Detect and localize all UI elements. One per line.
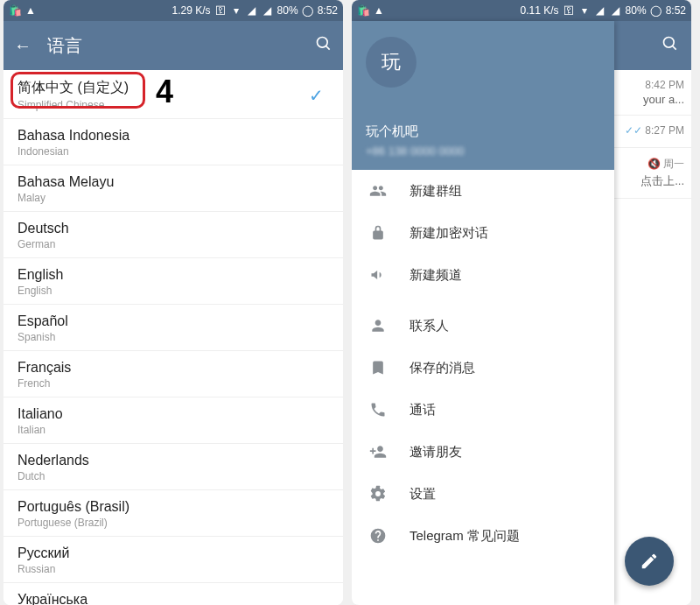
language-name: Українська xyxy=(18,592,329,605)
net-speed: 1.29 K/s xyxy=(172,4,211,17)
drawer-item-label: 新建群组 xyxy=(410,183,462,200)
page-title: 语言 xyxy=(47,34,82,58)
chat-time: ✓✓ 8:27 PM xyxy=(625,124,684,137)
nav-drawer: 玩 玩个机吧 +86 138 0000 0000 新建群组新建加密对话新建频道联… xyxy=(352,21,614,605)
drawer-item-label: 保存的消息 xyxy=(410,360,475,376)
clock: 8:52 xyxy=(318,4,338,17)
drawer-item-label: 新建频道 xyxy=(410,267,462,284)
language-name: Bahasa Melayu xyxy=(18,174,329,190)
gear-icon xyxy=(369,485,387,503)
app-bar xyxy=(614,21,691,70)
drawer-item-group[interactable]: 新建群组 xyxy=(352,170,614,212)
key-icon: ⚿ xyxy=(214,4,227,17)
read-checks-icon: ✓✓ xyxy=(625,124,642,137)
pencil-icon xyxy=(640,552,659,571)
phone-drawer: 🛍️ ▲ 0.11 K/s ⚿ ▾ ◢ ◢ 80% ◯ 8:52 8:42 PM… xyxy=(352,0,691,605)
chat-preview: your a... xyxy=(643,93,684,106)
svg-line-1 xyxy=(326,46,330,50)
language-name: Français xyxy=(18,360,329,376)
language-item[interactable]: DeutschGerman xyxy=(4,212,343,258)
signal-icon: ◢ xyxy=(594,4,606,17)
drawer-item-label: 通话 xyxy=(410,402,436,419)
language-item[interactable]: EnglishEnglish xyxy=(4,258,343,305)
warning-icon: ▲ xyxy=(373,4,385,17)
bag-icon: 🛍️ xyxy=(357,4,369,17)
drawer-item-megaphone[interactable]: 新建频道 xyxy=(352,254,614,296)
language-name: Nederlands xyxy=(18,453,329,468)
language-item[interactable]: NederlandsDutch xyxy=(4,444,343,490)
language-sub: Dutch xyxy=(18,470,329,482)
check-icon: ✓ xyxy=(309,85,324,106)
language-item[interactable]: Bahasa MelayuMalay xyxy=(4,165,343,212)
language-sub: French xyxy=(18,377,329,390)
language-item[interactable]: Português (Brasil)Portuguese (Brazil) xyxy=(4,490,343,537)
language-sub: Italian xyxy=(18,424,329,436)
language-item[interactable]: EspañolSpanish xyxy=(4,305,343,351)
drawer-item-lock[interactable]: 新建加密对话 xyxy=(352,212,614,254)
lock-icon xyxy=(369,224,387,242)
language-item[interactable]: РусскийRussian xyxy=(4,537,343,583)
battery-pct: 80% xyxy=(277,4,298,17)
language-sub: German xyxy=(18,238,329,250)
language-sub: Malay xyxy=(18,192,329,204)
person-icon xyxy=(369,317,387,334)
language-name: Deutsch xyxy=(18,221,329,236)
svg-line-3 xyxy=(673,46,676,50)
language-name: Bahasa Indonesia xyxy=(18,128,329,144)
language-item[interactable]: FrançaisFrench xyxy=(4,351,343,397)
back-button[interactable]: ← xyxy=(14,36,32,56)
help-icon xyxy=(369,527,387,545)
drawer-item-bookmark[interactable]: 保存的消息 xyxy=(352,347,614,389)
drawer-item-help[interactable]: Telegram 常见问题 xyxy=(352,515,614,557)
search-button[interactable] xyxy=(315,35,332,56)
compose-fab[interactable] xyxy=(625,537,674,586)
chat-time: 🔇 周一 xyxy=(648,157,684,172)
drawer-item-label: 设置 xyxy=(410,486,436,503)
chat-row[interactable]: ✓✓ 8:27 PM xyxy=(614,116,691,148)
phone-language-settings: 🛍️ ▲ 1.29 K/s ⚿ ▾ ◢ ◢ 80% ◯ 8:52 ← 语言 简体… xyxy=(4,0,343,605)
language-item[interactable]: ItalianoItalian xyxy=(4,397,343,444)
group-icon xyxy=(369,182,387,200)
signal-icon: ◢ xyxy=(610,4,622,17)
language-item[interactable]: Bahasa IndonesiaIndonesian xyxy=(4,119,343,165)
language-name: Español xyxy=(18,313,329,329)
svg-point-2 xyxy=(664,38,675,48)
battery-icon: ◯ xyxy=(302,4,314,17)
language-list[interactable]: 简体中文 (自定义)Simplified Chinese✓Bahasa Indo… xyxy=(4,70,343,605)
chat-row[interactable]: 🔇 周一点击上... xyxy=(614,148,691,199)
language-sub: Portuguese (Brazil) xyxy=(18,517,329,529)
bookmark-icon xyxy=(369,359,387,376)
status-bar: 🛍️ ▲ 1.29 K/s ⚿ ▾ ◢ ◢ 80% ◯ 8:52 xyxy=(4,0,343,21)
username: 玩个机吧 xyxy=(366,123,418,140)
status-bar: 🛍️ ▲ 0.11 K/s ⚿ ▾ ◢ ◢ 80% ◯ 8:52 xyxy=(352,0,691,21)
chat-list-bg: 8:42 PMyour a...✓✓ 8:27 PM🔇 周一点击上... xyxy=(614,21,691,605)
drawer-item-label: 新建加密对话 xyxy=(410,225,488,242)
drawer-item-person[interactable]: 联系人 xyxy=(352,305,614,347)
drawer-item-invite[interactable]: 邀请朋友 xyxy=(352,431,614,473)
clock: 8:52 xyxy=(666,4,686,17)
drawer-item-label: 联系人 xyxy=(410,318,449,334)
language-item[interactable]: УкраїнськаUkrainian xyxy=(4,583,343,605)
avatar[interactable]: 玩 xyxy=(366,37,416,88)
drawer-item-phone[interactable]: 通话 xyxy=(352,389,614,431)
search-button[interactable] xyxy=(662,35,679,56)
drawer-header: 玩 玩个机吧 +86 138 0000 0000 xyxy=(352,21,614,170)
warning-icon: ▲ xyxy=(24,4,37,17)
user-phone: +86 138 0000 0000 xyxy=(366,144,464,158)
avatar-initial: 玩 xyxy=(382,49,401,75)
drawer-item-gear[interactable]: 设置 xyxy=(352,473,614,515)
key-icon: ⚿ xyxy=(563,4,575,17)
wifi-icon: ▾ xyxy=(578,4,591,17)
language-sub: Indonesian xyxy=(18,145,329,158)
language-sub: Russian xyxy=(18,563,329,575)
battery-icon: ◯ xyxy=(650,4,662,17)
battery-pct: 80% xyxy=(626,4,647,17)
chat-time: 8:42 PM xyxy=(645,79,684,91)
language-name: Português (Brasil) xyxy=(18,499,329,515)
step-number: 4 xyxy=(156,74,173,110)
language-sub: English xyxy=(18,285,329,297)
mute-icon: 🔇 xyxy=(648,158,661,170)
drawer-item-label: 邀请朋友 xyxy=(410,444,462,461)
wifi-icon: ▾ xyxy=(230,4,242,17)
chat-row[interactable]: 8:42 PMyour a... xyxy=(614,70,691,116)
